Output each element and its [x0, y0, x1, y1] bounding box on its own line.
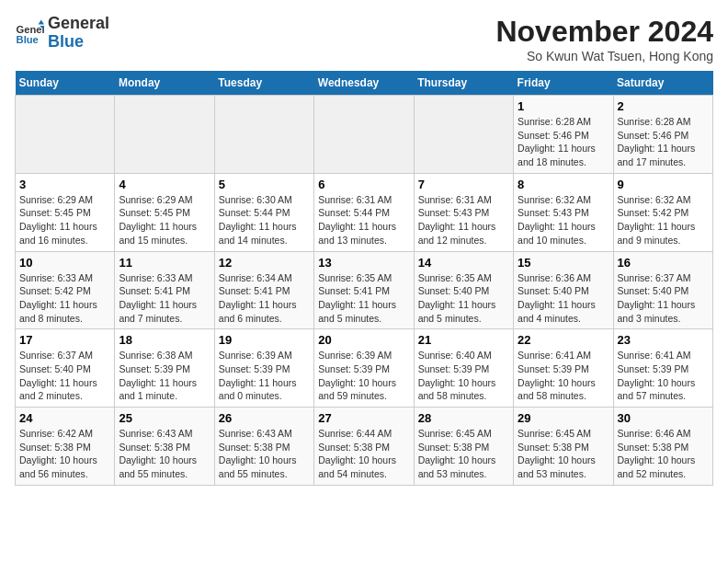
calendar-cell: 19Sunrise: 6:39 AM Sunset: 5:39 PM Dayli… — [214, 329, 313, 408]
calendar-cell: 23Sunrise: 6:41 AM Sunset: 5:39 PM Dayli… — [613, 329, 712, 408]
calendar-cell: 6Sunrise: 6:31 AM Sunset: 5:44 PM Daylig… — [314, 173, 414, 251]
calendar-cell: 20Sunrise: 6:39 AM Sunset: 5:39 PM Dayli… — [314, 329, 414, 408]
logo-text: General Blue — [48, 15, 109, 52]
logo-icon: General Blue — [15, 18, 44, 48]
calendar-header-row: SundayMondayTuesdayWednesdayThursdayFrid… — [16, 71, 713, 96]
calendar-cell: 17Sunrise: 6:37 AM Sunset: 5:40 PM Dayli… — [16, 329, 115, 408]
day-number: 9 — [618, 178, 709, 191]
day-info: Sunrise: 6:43 AM Sunset: 5:38 PM Dayligh… — [119, 427, 210, 481]
day-number: 27 — [318, 411, 409, 425]
day-info: Sunrise: 6:46 AM Sunset: 5:38 PM Dayligh… — [618, 427, 709, 481]
day-info: Sunrise: 6:28 AM Sunset: 5:46 PM Dayligh… — [618, 115, 709, 169]
day-number: 18 — [119, 333, 210, 347]
calendar-cell: 27Sunrise: 6:44 AM Sunset: 5:38 PM Dayli… — [314, 408, 414, 486]
day-number: 13 — [318, 256, 409, 270]
day-number: 17 — [19, 333, 110, 347]
day-info: Sunrise: 6:39 AM Sunset: 5:39 PM Dayligh… — [318, 349, 409, 403]
calendar-cell: 26Sunrise: 6:43 AM Sunset: 5:38 PM Dayli… — [214, 408, 313, 486]
day-number: 22 — [518, 333, 609, 347]
calendar-cell: 25Sunrise: 6:43 AM Sunset: 5:38 PM Dayli… — [115, 408, 214, 486]
svg-marker-2 — [39, 19, 44, 24]
header-monday: Monday — [115, 71, 214, 96]
header-tuesday: Tuesday — [214, 71, 313, 96]
calendar-week-3: 10Sunrise: 6:33 AM Sunset: 5:42 PM Dayli… — [16, 251, 713, 329]
header-thursday: Thursday — [414, 71, 513, 96]
calendar-cell: 14Sunrise: 6:35 AM Sunset: 5:40 PM Dayli… — [414, 251, 513, 329]
calendar-cell: 15Sunrise: 6:36 AM Sunset: 5:40 PM Dayli… — [514, 251, 613, 329]
svg-text:General: General — [17, 24, 44, 35]
day-number: 16 — [618, 256, 709, 270]
calendar-cell: 16Sunrise: 6:37 AM Sunset: 5:40 PM Dayli… — [613, 251, 712, 329]
day-info: Sunrise: 6:45 AM Sunset: 5:38 PM Dayligh… — [518, 427, 609, 481]
calendar-cell: 9Sunrise: 6:32 AM Sunset: 5:42 PM Daylig… — [613, 173, 712, 251]
day-info: Sunrise: 6:35 AM Sunset: 5:40 PM Dayligh… — [418, 271, 509, 326]
day-number: 5 — [219, 178, 310, 191]
month-title: November 2024 — [495, 15, 713, 49]
calendar-week-2: 3Sunrise: 6:29 AM Sunset: 5:45 PM Daylig… — [16, 173, 713, 251]
day-info: Sunrise: 6:44 AM Sunset: 5:38 PM Dayligh… — [318, 427, 409, 481]
day-info: Sunrise: 6:32 AM Sunset: 5:43 PM Dayligh… — [518, 193, 609, 247]
day-number: 26 — [219, 411, 310, 425]
calendar-week-1: 1Sunrise: 6:28 AM Sunset: 5:46 PM Daylig… — [16, 96, 713, 174]
day-info: Sunrise: 6:41 AM Sunset: 5:39 PM Dayligh… — [618, 349, 709, 403]
day-number: 12 — [219, 256, 310, 270]
calendar-cell: 8Sunrise: 6:32 AM Sunset: 5:43 PM Daylig… — [514, 173, 613, 251]
day-info: Sunrise: 6:35 AM Sunset: 5:41 PM Dayligh… — [318, 271, 409, 326]
calendar-cell: 10Sunrise: 6:33 AM Sunset: 5:42 PM Dayli… — [16, 251, 115, 329]
logo: General Blue General Blue — [15, 15, 109, 52]
calendar-cell: 1Sunrise: 6:28 AM Sunset: 5:46 PM Daylig… — [514, 96, 613, 174]
calendar-cell: 30Sunrise: 6:46 AM Sunset: 5:38 PM Dayli… — [613, 408, 712, 486]
calendar-table: SundayMondayTuesdayWednesdayThursdayFrid… — [15, 71, 713, 486]
day-number: 21 — [418, 333, 509, 347]
calendar-week-4: 17Sunrise: 6:37 AM Sunset: 5:40 PM Dayli… — [16, 329, 713, 408]
day-number: 24 — [19, 411, 110, 425]
calendar-cell: 5Sunrise: 6:30 AM Sunset: 5:44 PM Daylig… — [214, 173, 313, 251]
calendar-cell: 12Sunrise: 6:34 AM Sunset: 5:41 PM Dayli… — [214, 251, 313, 329]
day-info: Sunrise: 6:28 AM Sunset: 5:46 PM Dayligh… — [518, 115, 609, 169]
day-number: 7 — [418, 178, 509, 191]
day-number: 8 — [518, 178, 609, 191]
title-block: November 2024 So Kwun Wat Tsuen, Hong Ko… — [495, 15, 713, 63]
day-number: 11 — [119, 256, 210, 270]
header-wednesday: Wednesday — [314, 71, 414, 96]
calendar-cell: 4Sunrise: 6:29 AM Sunset: 5:45 PM Daylig… — [115, 173, 214, 251]
day-info: Sunrise: 6:42 AM Sunset: 5:38 PM Dayligh… — [19, 427, 110, 481]
day-info: Sunrise: 6:30 AM Sunset: 5:44 PM Dayligh… — [219, 193, 310, 247]
day-info: Sunrise: 6:31 AM Sunset: 5:43 PM Dayligh… — [418, 193, 509, 247]
day-number: 10 — [19, 256, 110, 270]
day-info: Sunrise: 6:31 AM Sunset: 5:44 PM Dayligh… — [318, 193, 409, 247]
calendar-cell: 11Sunrise: 6:33 AM Sunset: 5:41 PM Dayli… — [115, 251, 214, 329]
header-sunday: Sunday — [16, 71, 115, 96]
day-number: 25 — [119, 411, 210, 425]
page-header: General Blue General Blue November 2024 … — [15, 15, 713, 63]
calendar-cell — [214, 96, 313, 174]
calendar-cell — [115, 96, 214, 174]
day-info: Sunrise: 6:29 AM Sunset: 5:45 PM Dayligh… — [19, 193, 110, 247]
calendar-cell: 24Sunrise: 6:42 AM Sunset: 5:38 PM Dayli… — [16, 408, 115, 486]
calendar-cell: 2Sunrise: 6:28 AM Sunset: 5:46 PM Daylig… — [613, 96, 712, 174]
calendar-cell — [414, 96, 513, 174]
calendar-cell: 3Sunrise: 6:29 AM Sunset: 5:45 PM Daylig… — [16, 173, 115, 251]
day-number: 14 — [418, 256, 509, 270]
subtitle: So Kwun Wat Tsuen, Hong Kong — [495, 49, 713, 63]
day-number: 2 — [618, 99, 709, 113]
day-info: Sunrise: 6:33 AM Sunset: 5:41 PM Dayligh… — [119, 271, 210, 326]
day-number: 3 — [19, 178, 110, 191]
day-number: 29 — [518, 411, 609, 425]
day-number: 15 — [518, 256, 609, 270]
header-saturday: Saturday — [613, 71, 712, 96]
day-number: 1 — [518, 99, 609, 113]
calendar-week-5: 24Sunrise: 6:42 AM Sunset: 5:38 PM Dayli… — [16, 408, 713, 486]
day-info: Sunrise: 6:33 AM Sunset: 5:42 PM Dayligh… — [19, 271, 110, 326]
day-info: Sunrise: 6:32 AM Sunset: 5:42 PM Dayligh… — [618, 193, 709, 247]
calendar-cell — [314, 96, 414, 174]
calendar-cell: 28Sunrise: 6:45 AM Sunset: 5:38 PM Dayli… — [414, 408, 513, 486]
day-info: Sunrise: 6:39 AM Sunset: 5:39 PM Dayligh… — [219, 349, 310, 403]
day-info: Sunrise: 6:43 AM Sunset: 5:38 PM Dayligh… — [219, 427, 310, 481]
calendar-cell: 22Sunrise: 6:41 AM Sunset: 5:39 PM Dayli… — [514, 329, 613, 408]
day-number: 20 — [318, 333, 409, 347]
calendar-cell: 13Sunrise: 6:35 AM Sunset: 5:41 PM Dayli… — [314, 251, 414, 329]
day-number: 6 — [318, 178, 409, 191]
day-info: Sunrise: 6:37 AM Sunset: 5:40 PM Dayligh… — [19, 349, 110, 403]
header-friday: Friday — [514, 71, 613, 96]
